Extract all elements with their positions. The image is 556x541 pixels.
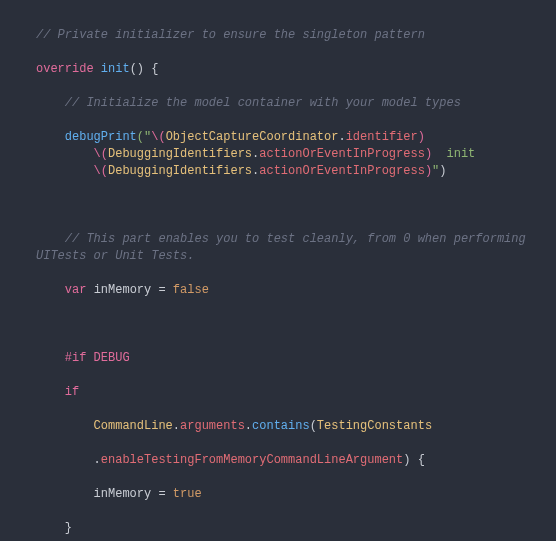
code-line bbox=[36, 197, 556, 214]
code-line bbox=[36, 316, 556, 333]
preproc-if-debug: #if DEBUG bbox=[65, 351, 130, 365]
code-line: var inMemory = false bbox=[36, 282, 556, 299]
comment: // Initialize the model container with y… bbox=[65, 96, 461, 110]
code-editor[interactable]: // Private initializer to ensure the sin… bbox=[0, 10, 556, 541]
comment: // This part enables you to test cleanly… bbox=[36, 232, 533, 263]
code-line: debugPrint("\(ObjectCaptureCoordinator.i… bbox=[36, 129, 556, 180]
code-line: // Private initializer to ensure the sin… bbox=[36, 27, 556, 44]
code-line: inMemory = true bbox=[36, 486, 556, 503]
fn-init: init bbox=[101, 62, 130, 76]
code-line: CommandLine.arguments.contains(TestingCo… bbox=[36, 418, 556, 435]
keyword-override: override bbox=[36, 62, 94, 76]
comment: // Private initializer to ensure the sin… bbox=[36, 28, 425, 42]
code-line: // This part enables you to test cleanly… bbox=[36, 231, 556, 265]
code-line: .enableTestingFromMemoryCommandLineArgum… bbox=[36, 452, 556, 469]
code-line: // Initialize the model container with y… bbox=[36, 95, 556, 112]
code-line: } bbox=[36, 520, 556, 537]
code-line: #if DEBUG bbox=[36, 350, 556, 367]
code-line: if bbox=[36, 384, 556, 401]
code-line: override init() { bbox=[36, 61, 556, 78]
fn-debugprint: debugPrint bbox=[65, 130, 137, 144]
